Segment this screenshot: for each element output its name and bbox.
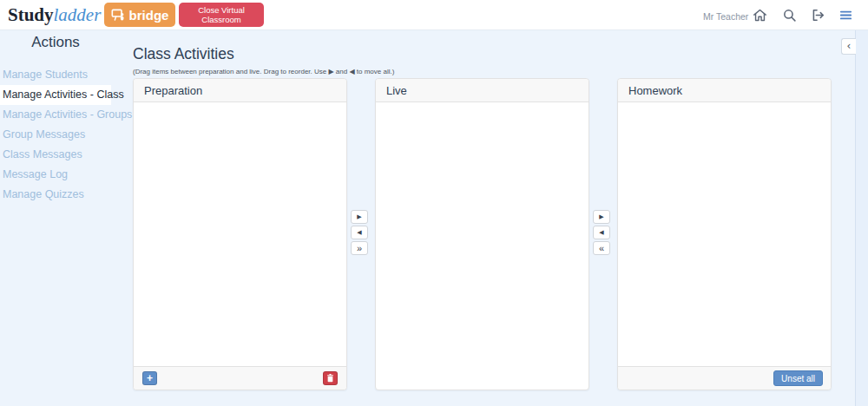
right-collapsed-panel xyxy=(855,30,868,406)
trash-icon xyxy=(326,374,334,383)
move-left-button[interactable]: ◀ xyxy=(351,226,368,239)
menu-icon[interactable] xyxy=(838,8,853,23)
move-right-button[interactable]: ▶ xyxy=(593,210,610,224)
sidebar-item-manage-students[interactable]: Manage Students xyxy=(0,65,111,85)
logo-text-ladder: ladder xyxy=(54,4,102,25)
sidebar-title-actions: Actions xyxy=(0,34,111,51)
user-name: Mr Teacher xyxy=(703,11,748,22)
homework-panel-footer: Unset all xyxy=(618,366,831,390)
preparation-list[interactable] xyxy=(134,103,346,365)
sidebar-item-manage-activities-groups[interactable]: Manage Activities - Groups xyxy=(0,105,111,125)
sidebar-item-message-log[interactable]: Message Log xyxy=(0,165,111,185)
homework-panel-title: Homework xyxy=(618,79,831,102)
page-title: Class Activities xyxy=(133,45,234,63)
sidebar-item-group-messages[interactable]: Group Messages xyxy=(0,125,111,145)
preparation-panel: Preparation + xyxy=(133,78,347,390)
logout-icon[interactable] xyxy=(811,8,825,23)
prep-live-mover-group: ▶ ◀ » xyxy=(351,210,368,257)
bridge-button-label: bridge xyxy=(129,8,169,23)
homework-panel: Homework Unset all xyxy=(617,78,832,390)
unset-all-button[interactable]: Unset all xyxy=(773,370,823,386)
live-panel-title: Live xyxy=(376,79,589,102)
page-subtitle: (Drag items between preparation and live… xyxy=(133,68,394,75)
sidebar-item-manage-activities-class[interactable]: Manage Activities - Class xyxy=(0,85,111,105)
live-list[interactable] xyxy=(376,103,589,390)
close-virtual-classroom-button[interactable]: Close Virtual Classroom xyxy=(179,3,264,27)
move-left-button[interactable]: ◀ xyxy=(593,226,610,239)
home-icon[interactable] xyxy=(753,8,767,23)
live-panel: Live xyxy=(375,78,589,390)
add-activity-button[interactable]: + xyxy=(142,371,157,385)
logo-text-study: Study xyxy=(8,4,54,25)
preparation-panel-footer: + xyxy=(134,366,346,390)
search-icon[interactable] xyxy=(782,8,797,23)
bridge-button[interactable]: bridge xyxy=(104,3,175,27)
studyladder-logo[interactable]: Studyladder xyxy=(8,4,101,26)
live-homework-mover-group: ▶ ◀ « xyxy=(593,210,610,257)
move-all-left-button[interactable]: « xyxy=(593,241,610,255)
sidebar-item-class-messages[interactable]: Class Messages xyxy=(0,145,111,165)
sidebar-item-manage-quizzes[interactable]: Manage Quizzes xyxy=(0,185,111,205)
chevron-left-icon: ‹ xyxy=(847,40,852,52)
preparation-panel-title: Preparation xyxy=(134,79,346,102)
move-right-button[interactable]: ▶ xyxy=(351,210,368,224)
delete-activity-button[interactable] xyxy=(323,371,338,385)
expand-panel-button[interactable]: ‹ xyxy=(841,38,856,55)
topbar: Studyladder bridge Close Virtual Classro… xyxy=(0,0,868,30)
bridge-board-icon xyxy=(111,8,125,22)
move-all-right-button[interactable]: » xyxy=(351,241,368,255)
homework-list[interactable] xyxy=(618,103,831,365)
